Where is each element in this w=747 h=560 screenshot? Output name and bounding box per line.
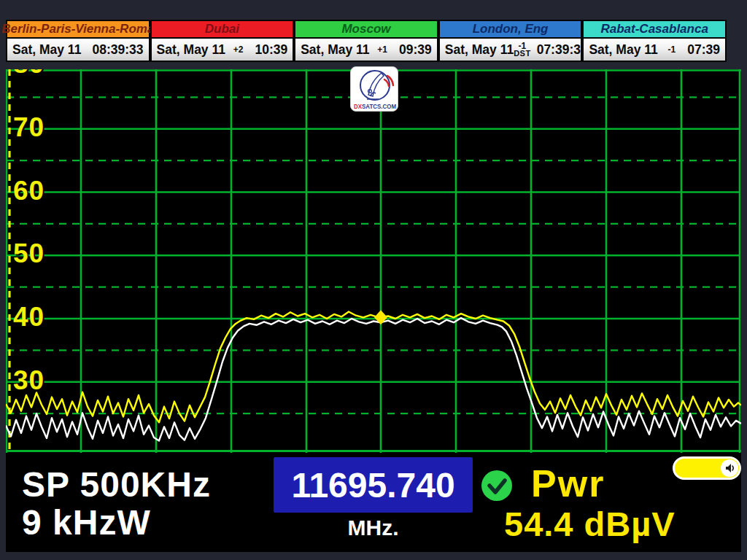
span-setting: SP 500KHz [22,464,211,505]
city-band-dubai: Dubai [152,21,293,37]
time-band-berlin: Sat, May 11 08:39:33 [7,37,149,61]
city-name: Moscow [341,22,390,36]
dxsatcs-logo: DXSATCS.COM [350,66,398,112]
clock-panel-london: London, Eng Sat, May 11 -1 DST 07:39:33 [438,20,583,62]
spectrum-plot-canvas [6,69,741,453]
clock-panel-dubai: Dubai Sat, May 11 +2 10:39 [150,20,295,62]
city-band-berlin: Berlin-Paris-Vienna-Roma [7,21,149,37]
signal-meter-screen: { "clocks": [ { "city": "Berlin-Paris-Vi… [0,0,747,560]
clock-time: 07:39 [687,42,720,58]
clock-date: Sat, May 11 [12,42,81,58]
clock-date: Sat, May 11 [589,42,657,58]
audio-toggle[interactable] [673,456,741,480]
world-clocks-bar: Berlin-Paris-Vienna-Roma Sat, May 11 08:… [6,20,727,62]
logo-text-satcs: SATCS.COM [362,103,396,110]
y-axis-label-30: 30 [13,365,44,396]
clock-time: 09:39 [399,42,432,58]
y-axis-label-80: 80 [13,69,44,79]
time-band-london: Sat, May 11 -1 DST 07:39:33 [440,37,581,61]
frequency-value: 11695.740 [291,465,454,505]
time-band-dubai: Sat, May 11 +2 10:39 [152,37,293,61]
power-label: Pwr [531,462,605,505]
power-value: 54.4 dBµV [504,504,676,544]
toggle-knob-speaker-icon [721,459,738,477]
utc-offset: +1 [377,46,387,53]
logo-text-dx: DX [354,103,362,110]
city-band-moscow: Moscow [295,21,437,37]
lock-ok-icon [480,469,514,502]
city-name: London, Eng [473,22,549,36]
frequency-display[interactable]: 11695.740 [274,457,473,513]
spectrum-chart: 304050607080 [6,69,741,453]
clock-date: Sat, May 11 [301,42,369,58]
bandwidth-setting: 9 kHzW [22,502,151,542]
city-name: Rabat-Casablanca [600,22,708,36]
city-name: Berlin-Paris-Vienna-Roma [1,22,154,36]
frequency-unit: MHz. [274,516,473,540]
readout-panel: SP 500KHz 9 kHzW 11695.740 MHz. Pwr 54.4… [6,453,741,552]
utc-offset: +2 [233,46,244,53]
city-band-rabat: Rabat-Casablanca [584,21,725,37]
clock-panel-berlin: Berlin-Paris-Vienna-Roma Sat, May 11 08:… [6,20,150,62]
trace-white [6,318,741,440]
city-name: Dubai [205,22,239,36]
satellite-dish-icon: DXSATCS.COM [351,67,398,112]
trace-yellow [6,312,741,423]
city-band-london: London, Eng [440,21,581,37]
clock-time: 07:39:33 [537,42,588,58]
clock-panel-moscow: Moscow Sat, May 11 +1 09:39 [294,20,438,62]
time-band-moscow: Sat, May 11 +1 09:39 [295,37,437,61]
utc-offset: -1 [668,46,676,53]
clock-time: 08:39:33 [93,42,144,58]
clock-date: Sat, May 11 [157,42,225,58]
clock-panel-rabat: Rabat-Casablanca Sat, May 11 -1 07:39 [582,20,727,62]
y-axis-label-70: 70 [13,112,44,143]
utc-offset-dst: -1 DST [514,42,531,57]
svg-text:DXSATCS.COM: DXSATCS.COM [354,103,396,110]
clock-date: Sat, May 11 [445,42,514,58]
clock-time: 10:39 [255,42,287,58]
time-band-rabat: Sat, May 11 -1 07:39 [584,37,725,61]
y-axis-label-50: 50 [13,238,44,269]
y-axis-label-40: 40 [13,302,44,332]
y-axis-label-60: 60 [13,176,44,206]
